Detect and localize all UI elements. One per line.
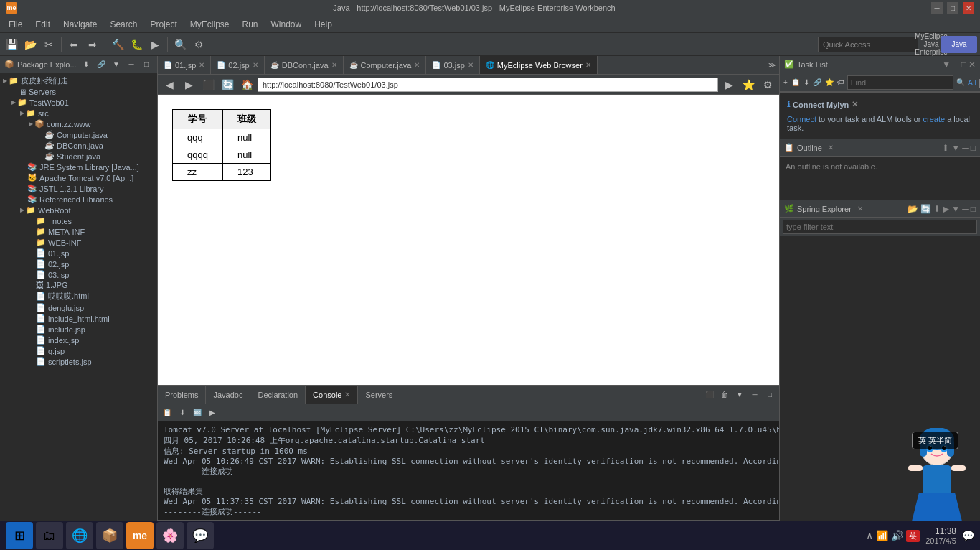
all-label[interactable]: All — [968, 78, 976, 87]
bottom-tab-Console[interactable]: Console✕ — [306, 386, 358, 404]
find-search-btn[interactable]: 🔍 — [956, 76, 966, 89]
taskbar-app5[interactable]: 🌸 — [156, 522, 184, 549]
tree-item[interactable]: 📁_notes — [0, 215, 157, 226]
editor-tab-Computerjava[interactable]: ☕Computer.java✕ — [344, 56, 427, 75]
toolbar-btn-4[interactable]: ⬅ — [65, 36, 83, 53]
minimize-button[interactable]: ─ — [931, 2, 943, 14]
tree-item[interactable]: 📄02.jsp — [0, 258, 157, 269]
find-input[interactable] — [847, 75, 953, 90]
outline-menu-btn[interactable]: ▼ — [951, 143, 960, 153]
tree-item[interactable]: ▶📦com.zz.www — [0, 118, 157, 129]
maximize-button[interactable]: □ — [947, 2, 958, 14]
tree-item[interactable]: 🐱Apache Tomcat v7.0 [Ap...] — [0, 172, 157, 183]
console-toolbar-btn2[interactable]: ⬇ — [176, 406, 189, 419]
browser-refresh-btn[interactable]: 🔄 — [219, 76, 236, 93]
java-perspective-btn[interactable]: Java — [941, 36, 977, 53]
mylyn-close-btn[interactable]: ✕ — [852, 100, 858, 109]
editor-tab-02jsp[interactable]: 📄02.jsp✕ — [211, 56, 264, 75]
tree-item[interactable]: ☕Computer.java — [0, 129, 157, 140]
browser-forward-btn[interactable]: ▶ — [180, 76, 197, 93]
console-terminate-btn[interactable]: ⬛ — [703, 388, 716, 401]
menu-edit[interactable]: Edit — [29, 18, 56, 31]
spring-close-x[interactable]: ✕ — [857, 205, 863, 213]
editor-tab-MyEclipse Web Browser[interactable]: 🌐MyEclipse Web Browser✕ — [480, 56, 598, 75]
tab-close-btn[interactable]: ✕ — [414, 61, 420, 69]
tree-item[interactable]: ☕DBConn.java — [0, 140, 157, 151]
toolbar-btn-9[interactable]: 🔍 — [171, 36, 189, 53]
tray-volume-icon[interactable]: 🔊 — [891, 530, 903, 541]
tab-close-btn[interactable]: ✕ — [253, 61, 258, 69]
toolbar-btn-5[interactable]: ➡ — [84, 36, 101, 53]
task-list-minimize-btn[interactable]: ─ — [953, 60, 959, 70]
task-btn3[interactable]: ⬇ — [803, 76, 810, 89]
toolbar-btn-10[interactable]: ⚙ — [190, 36, 207, 53]
explorer-collapse-btn[interactable]: ⬇ — [80, 58, 93, 71]
browser-stop-btn[interactable]: ⬛ — [199, 76, 217, 93]
toolbar-btn-2[interactable]: 📂 — [22, 36, 39, 53]
console-toolbar-btn3[interactable]: 🔤 — [191, 406, 204, 419]
menu-search[interactable]: Search — [104, 18, 143, 31]
tree-item[interactable]: 📁META-INF — [0, 226, 157, 237]
tree-item[interactable]: 📄03.jsp — [0, 269, 157, 280]
perspective-switch-btn[interactable]: MyEclipse Java Enterprise — [923, 36, 940, 53]
task-btn4[interactable]: 🔗 — [812, 76, 822, 89]
tab-overflow-btn[interactable]: ≫ — [765, 57, 779, 74]
close-button[interactable]: ✕ — [963, 2, 974, 14]
tree-item[interactable]: 📚JRE System Library [Java...] — [0, 162, 157, 172]
taskbar-app6[interactable]: 💬 — [187, 522, 214, 549]
spring-maximize-btn[interactable]: □ — [971, 204, 976, 214]
tree-item[interactable]: 📁WEB-INF — [0, 237, 157, 248]
spring-btn3[interactable]: ⬇ — [933, 204, 941, 214]
explorer-maximize-btn[interactable]: □ — [140, 58, 153, 71]
connect-link[interactable]: Connect — [787, 115, 816, 123]
toolbar-btn-3[interactable]: ✂ — [40, 36, 57, 53]
url-input[interactable] — [258, 78, 718, 92]
browser-back-btn[interactable]: ◀ — [161, 76, 178, 93]
create-link[interactable]: create — [923, 115, 946, 123]
outline-sort-btn[interactable]: ⬆ — [942, 143, 949, 153]
console-toolbar-btn4[interactable]: ▶ — [206, 406, 219, 419]
editor-tab-DBConnjava[interactable]: ☕DBConn.java✕ — [265, 56, 344, 75]
console-toolbar-btn1[interactable]: 📋 — [161, 406, 174, 419]
tree-item[interactable]: 📄01.jsp — [0, 248, 157, 258]
tree-item[interactable]: ▶📁WebRoot — [0, 205, 157, 215]
tray-notification-icon[interactable]: 💬 — [962, 530, 974, 541]
tree-item[interactable]: 📄include.jsp — [0, 324, 157, 335]
tree-item[interactable]: 📚Referenced Libraries — [0, 194, 157, 205]
tree-item[interactable]: ▶📁src — [0, 108, 157, 118]
spring-btn1[interactable]: 📂 — [908, 204, 918, 214]
menu-file[interactable]: File — [3, 18, 28, 31]
outline-maximize-btn[interactable]: □ — [971, 143, 976, 153]
browser-settings-btn[interactable]: ⚙ — [759, 76, 776, 93]
tree-item[interactable]: 📚JSTL 1.2.1 Library — [0, 183, 157, 194]
tree-item[interactable]: 🖥Servers — [0, 87, 157, 97]
bottom-tab-close-btn[interactable]: ✕ — [344, 391, 350, 398]
menu-navigate[interactable]: Navigate — [57, 18, 103, 31]
task-list-maximize-btn[interactable]: □ — [961, 60, 966, 70]
taskbar-browser-btn[interactable]: 🌐 — [66, 522, 93, 549]
browser-go-btn[interactable]: ▶ — [720, 76, 738, 93]
tab-close-btn[interactable]: ✕ — [199, 61, 204, 69]
menu-window[interactable]: Window — [265, 18, 308, 31]
explorer-menu-btn[interactable]: ▼ — [110, 58, 123, 71]
console-menu-btn[interactable]: ▼ — [733, 388, 746, 401]
tree-item[interactable]: 📄q.jsp — [0, 345, 157, 356]
outline-close-x[interactable]: ✕ — [828, 144, 834, 152]
tree-item[interactable]: 🖼1.JPG — [0, 280, 157, 290]
tab-close-btn[interactable]: ✕ — [468, 61, 473, 69]
tree-item[interactable]: 📄index.jsp — [0, 335, 157, 345]
tray-input-icon[interactable]: 英 — [906, 530, 920, 542]
toolbar-btn-7[interactable]: 🐛 — [128, 36, 145, 53]
spring-minimize-btn[interactable]: ─ — [962, 204, 969, 214]
console-clear-btn[interactable]: 🗑 — [718, 388, 731, 401]
tree-item[interactable]: 📄scriptlets.jsp — [0, 356, 157, 367]
spring-filter-input[interactable] — [783, 220, 977, 234]
tab-close-btn[interactable]: ✕ — [585, 61, 591, 69]
task-btn5[interactable]: ⭐ — [824, 76, 834, 89]
task-list-close-btn[interactable]: ✕ — [969, 60, 976, 70]
taskbar-myeclipse-btn[interactable]: me — [126, 522, 154, 549]
console-minimize-btn[interactable]: ─ — [748, 388, 761, 401]
console-maximize-btn[interactable]: □ — [763, 388, 776, 401]
console-content[interactable]: Tomcat v7.0 Server at localhost [MyEclip… — [158, 421, 779, 520]
task-btn2[interactable]: 📋 — [791, 76, 801, 89]
